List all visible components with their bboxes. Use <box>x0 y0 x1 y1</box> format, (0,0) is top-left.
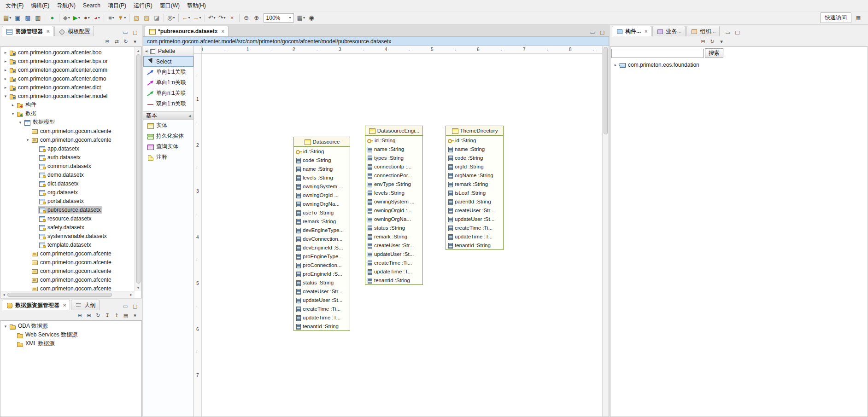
entity-header[interactable]: DatasourceEngi... <box>365 126 422 136</box>
refresh-icon[interactable]: ↻ <box>94 311 102 319</box>
palette-tool-annotation[interactable]: 注释 <box>143 152 194 162</box>
chevron-down-icon[interactable]: ▾ <box>68 16 70 20</box>
resource-tree-item[interactable]: ▾数据模型 <box>0 118 134 127</box>
resource-tree-item[interactable]: ▾com.primeton.gocom.afcente <box>0 135 134 144</box>
entity-field[interactable]: owningSystem ... <box>294 182 350 191</box>
entity-field[interactable]: name :String <box>294 164 350 173</box>
editor-scrollbar[interactable] <box>602 46 609 417</box>
scrollbar-thumb[interactable] <box>7 293 112 297</box>
palette-tool-relation-many-to-one[interactable]: 单向n:1关联 <box>143 88 194 98</box>
entity-field[interactable]: name :String <box>365 145 422 153</box>
entity-field[interactable]: createUser :Str... <box>365 241 422 249</box>
delete-button[interactable]: × <box>228 13 237 23</box>
chevron-down-icon[interactable]: ▾ <box>303 16 305 20</box>
clean-button[interactable]: ◪ <box>152 13 161 23</box>
tab-template-config[interactable]: 模板配置 <box>54 26 94 36</box>
palette-tool-relation-one-to-many[interactable]: 单向1:n关联 <box>143 77 194 88</box>
import-config-icon[interactable]: ↧ <box>103 311 111 319</box>
close-icon[interactable]: × <box>47 29 49 34</box>
entity-field[interactable]: devEngineId :S... <box>294 243 350 252</box>
tab-organization[interactable]: 组织... <box>686 26 720 36</box>
resource-tree-item[interactable]: dict.datasetx <box>0 179 134 188</box>
resource-tree-item[interactable]: safety.datasetx <box>0 223 134 232</box>
entity-field[interactable]: connectionPor... <box>365 171 422 180</box>
expander-collapsed-icon[interactable]: ▸ <box>2 50 9 55</box>
entity-field[interactable]: parentId :String <box>446 197 503 206</box>
datasource-tree-item[interactable]: XML 数据源 <box>0 339 141 348</box>
entity-themedirectory[interactable]: ThemeDirectoryid :Stringname :Stringcode… <box>446 126 504 250</box>
entity-field[interactable]: levels :String <box>294 173 350 182</box>
minimize-icon[interactable]: ▭ <box>723 28 732 36</box>
menu-help[interactable]: 帮助(H) <box>183 0 210 11</box>
entity-field[interactable]: connectionIp :... <box>365 162 422 171</box>
breadcrumb[interactable]: com.primeton.gocom.afcenter.model/src/co… <box>143 37 609 46</box>
palette-tool-relation-one-to-one[interactable]: 单向1:1关联 <box>143 67 194 77</box>
palette-tool-entity[interactable]: 实体 <box>143 120 194 131</box>
datasource-tree-item[interactable]: ▾ODA 数据源 <box>0 322 141 330</box>
entity-field[interactable]: updateTime :T... <box>294 313 350 322</box>
scrollbar-thumb[interactable] <box>136 54 141 284</box>
resource-tree-item[interactable]: common.datasetx <box>0 162 134 170</box>
entity-field[interactable]: isLeaf :String <box>446 188 503 197</box>
minimize-icon[interactable]: ▭ <box>121 302 129 310</box>
entity-field[interactable]: tenantId :String <box>446 241 503 249</box>
entity-field[interactable]: useTo :String <box>294 208 350 217</box>
entity-field[interactable]: devEngineType... <box>294 226 350 234</box>
zoom-level-select[interactable]: 100%▾ <box>264 13 294 23</box>
refresh-icon[interactable]: ↻ <box>122 37 130 46</box>
minimize-icon[interactable]: ▭ <box>588 28 597 36</box>
quick-access-button[interactable]: 快速访问 <box>820 12 851 23</box>
resource-tree-item[interactable]: ▸com.primeton.gocom.afcenter.comm <box>0 65 134 74</box>
component-tree-item[interactable]: ▸com.primeton.eos.foundation <box>610 60 868 69</box>
layout-grid-button[interactable]: ▦▾ <box>296 13 306 23</box>
export-config-icon[interactable]: ↥ <box>112 311 121 319</box>
entity-field[interactable]: createUser :Str... <box>294 287 350 295</box>
chevron-down-icon[interactable]: ▾ <box>88 16 90 20</box>
resource-tree-item[interactable]: demo.datasetx <box>0 170 134 179</box>
entity-field[interactable]: status :String <box>294 278 350 287</box>
menu-file[interactable]: 文件(F) <box>2 0 27 11</box>
find-binoculars-button[interactable]: ◉ <box>307 13 316 23</box>
palette-tool-query-entity[interactable]: 查询实体 <box>143 141 194 152</box>
entity-field[interactable]: updateTime :T... <box>446 232 503 241</box>
profile-button[interactable]: ◕▾ <box>92 13 101 23</box>
resource-tree-item[interactable]: com.primeton.gocom.afcente <box>0 249 134 258</box>
resource-tree-item[interactable]: systemvariable.datasetx <box>0 232 134 240</box>
entity-field[interactable]: updateUser :St... <box>446 214 503 223</box>
resource-tree-item[interactable]: com.primeton.gocom.afcente <box>0 258 134 266</box>
vertical-scrollbar[interactable]: ▴ ▾ <box>135 47 141 291</box>
run-button[interactable]: ▶▾ <box>72 13 81 23</box>
resource-tree-item[interactable]: auth.datasetx <box>0 153 134 162</box>
entity-datasource[interactable]: Datasourceid :Stringcode :Stringname :St… <box>293 137 350 331</box>
resource-tree-item[interactable]: com.primeton.gocom.afcente <box>0 275 134 284</box>
entity-field[interactable]: code :String <box>446 153 503 162</box>
view-menu-icon[interactable]: ▾ <box>131 311 139 319</box>
resource-tree-item[interactable]: ▸com.primeton.gocom.afcenter.bps.or <box>0 57 134 65</box>
maximize-icon[interactable]: ▢ <box>733 28 741 36</box>
zoom-out-button[interactable]: ⊖ <box>242 13 251 23</box>
resource-tree-item[interactable]: ▾com.primeton.gocom.afcenter.model <box>0 92 134 100</box>
chevron-down-icon[interactable]: ▾ <box>173 16 175 20</box>
entity-field[interactable]: code :String <box>294 156 350 164</box>
back-button[interactable]: ←▾ <box>181 13 191 23</box>
maximize-icon[interactable]: ▢ <box>598 28 606 36</box>
expander-collapsed-icon[interactable]: ▸ <box>2 59 9 64</box>
chevron-down-icon[interactable]: ▾ <box>9 16 11 20</box>
palette-tool-select[interactable]: Select <box>143 56 194 67</box>
filter-icon[interactable]: ▤ <box>122 311 130 319</box>
palette-header[interactable]: ◂ Palette <box>143 46 194 56</box>
chevron-down-icon[interactable]: ▾ <box>78 16 80 20</box>
entity-field[interactable]: id :String <box>446 136 503 145</box>
entity-field[interactable]: proEngineType... <box>294 252 350 261</box>
entity-field[interactable]: owningOrgId :... <box>365 206 422 214</box>
entity-field[interactable]: types :String <box>365 153 422 162</box>
entity-field[interactable]: createTime :Ti... <box>365 258 422 267</box>
resource-tree-item[interactable]: app.datasetx <box>0 144 134 153</box>
entity-field[interactable]: updateUser :St... <box>365 249 422 258</box>
palette-tool-persistent-entity[interactable]: 持久化实体 <box>143 131 194 141</box>
chevron-down-icon[interactable]: ▾ <box>188 16 190 20</box>
close-icon[interactable]: × <box>63 302 66 308</box>
resource-tree-item[interactable]: portal.datasetx <box>0 197 134 205</box>
undo-button[interactable]: ↶▾ <box>207 13 217 23</box>
scroll-right-icon[interactable]: ▸ <box>128 291 135 298</box>
